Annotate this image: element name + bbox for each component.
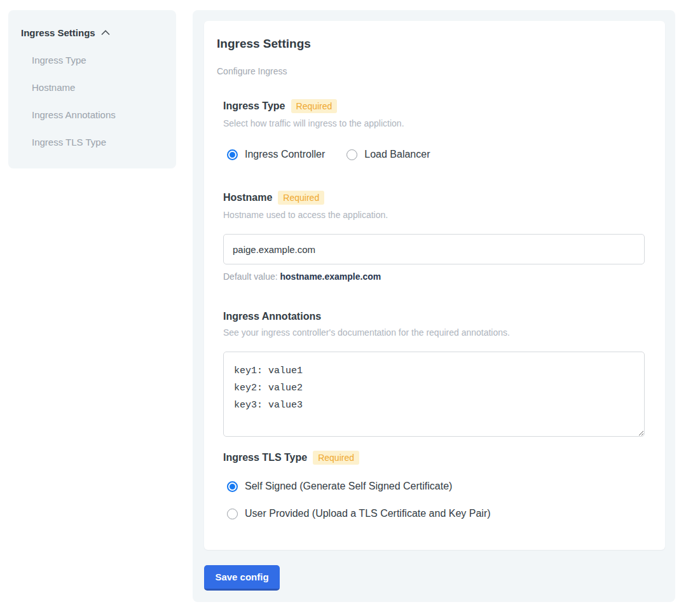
hostname-input[interactable] (223, 234, 645, 264)
sidebar-group-title: Ingress Settings (21, 27, 95, 38)
sidebar-group-toggle[interactable]: Ingress Settings (21, 27, 163, 38)
chevron-up-icon (101, 27, 110, 38)
required-badge: Required (291, 99, 338, 113)
ingress-annotations-help: See your ingress controller's documentat… (223, 327, 645, 338)
config-card: Ingress Settings Configure Ingress Ingre… (204, 21, 665, 550)
radio-self-signed[interactable]: Self Signed (Generate Self Signed Certif… (223, 481, 645, 492)
page-title: Ingress Settings (217, 37, 652, 51)
radio-user-provided-label: User Provided (Upload a TLS Certificate … (245, 508, 491, 519)
radio-ingress-controller-label: Ingress Controller (245, 149, 325, 160)
radio-user-provided[interactable]: User Provided (Upload a TLS Certificate … (223, 508, 645, 519)
radio-load-balancer[interactable]: Load Balancer (346, 149, 430, 160)
radio-self-signed-label: Self Signed (Generate Self Signed Certif… (245, 481, 452, 492)
hostname-help: Hostname used to access the application. (223, 210, 645, 220)
hostname-label: Hostname (223, 192, 272, 203)
radio-icon (346, 149, 357, 160)
group-hostname: Hostname Required Hostname used to acces… (223, 191, 645, 282)
ingress-annotations-label: Ingress Annotations (223, 311, 321, 322)
sidebar-item-hostname[interactable]: Hostname (21, 82, 163, 93)
radio-load-balancer-label: Load Balancer (364, 149, 430, 160)
ingress-type-label: Ingress Type (223, 100, 285, 112)
ingress-type-help: Select how traffic will ingress to the a… (223, 118, 645, 128)
sidebar-item-ingress-annotations[interactable]: Ingress Annotations (21, 109, 163, 120)
page-subtitle: Configure Ingress (217, 66, 652, 76)
ingress-tls-type-label: Ingress TLS Type (223, 452, 307, 463)
radio-ingress-controller[interactable]: Ingress Controller (227, 149, 325, 160)
config-panel: Ingress Settings Configure Ingress Ingre… (193, 10, 675, 602)
radio-icon (227, 481, 238, 492)
group-ingress-annotations: Ingress Annotations See your ingress con… (223, 311, 645, 437)
hostname-default-line: Default value: hostname.example.com (223, 271, 645, 282)
required-badge: Required (278, 191, 324, 205)
save-config-button[interactable]: Save config (204, 565, 280, 591)
group-ingress-tls-type: Ingress TLS Type Required Self Signed (G… (223, 451, 645, 519)
sidebar-item-ingress-type[interactable]: Ingress Type (21, 55, 163, 65)
radio-icon (227, 149, 238, 160)
config-nav-sidebar: Ingress Settings Ingress Type Hostname I… (8, 10, 176, 168)
sidebar-item-ingress-tls-type[interactable]: Ingress TLS Type (21, 137, 163, 147)
default-value-text: hostname.example.com (280, 271, 381, 282)
radio-icon (227, 509, 238, 519)
ingress-annotations-textarea[interactable]: key1: value1 key2: value2 key3: value3 (223, 352, 645, 437)
required-badge: Required (313, 451, 359, 465)
default-value-prefix: Default value: (223, 271, 280, 282)
group-ingress-type: Ingress Type Required Select how traffic… (223, 99, 645, 160)
